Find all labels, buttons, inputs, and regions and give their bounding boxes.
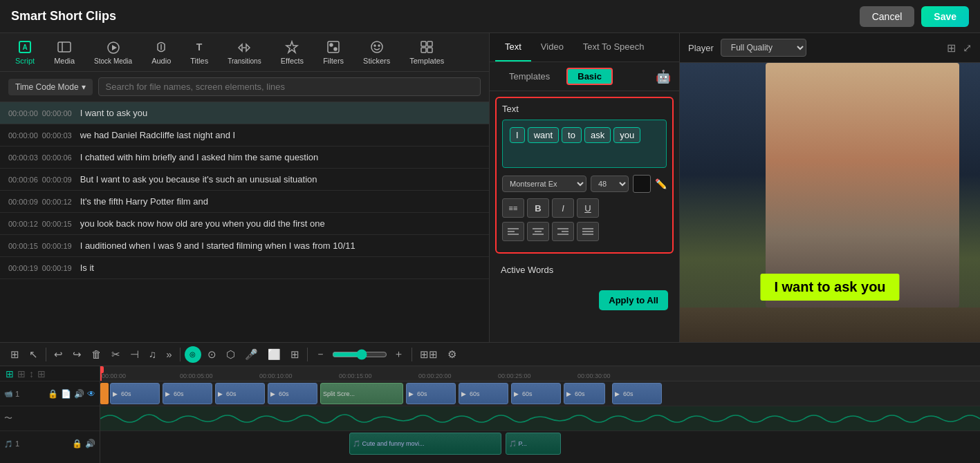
video-clip[interactable]: ▶ 60s [110,383,160,404]
svg-rect-9 [328,41,339,53]
script-row[interactable]: 00:00:12 00:00:15 you look back now how … [0,213,489,235]
toolbar-item-templates[interactable]: Templates [400,35,454,69]
top-bar: Smart Short Clips Cancel Save [0,0,980,33]
font-size-select[interactable]: 48 36 54 [591,176,629,192]
center-button[interactable]: ◎ [185,346,201,363]
add-track-row: ⊞ ⊞ ↕ ⊞ [0,366,100,381]
tab-tts[interactable]: Text To Speech [573,33,654,62]
align-center-button[interactable] [527,222,549,241]
caption-button[interactable]: ⬜ [264,346,284,363]
word-pill: ask [584,127,611,143]
toolbar-item-titles[interactable]: T Titles [181,35,218,69]
toolbar-item-audio[interactable]: Audio [142,35,181,69]
time-mode-button[interactable]: Time Code Mode ▾ [8,79,93,95]
apply-all-button[interactable]: Apply to All [599,290,668,310]
more-button[interactable]: » [163,346,175,362]
zoom-out-button[interactable]: － [312,346,329,363]
video-eye-icon[interactable]: 👁 [87,389,95,399]
add-track-button[interactable]: ⊞ [6,368,14,379]
video-clip[interactable]: ▶ 60s [215,383,265,404]
script-list: 00:00:00 00:00:00 I want to ask you 00:0… [0,102,489,342]
add-track-icon3[interactable]: ↕ [29,368,34,379]
script-row[interactable]: 00:00:09 00:00:12 It's the fifth Harry P… [0,191,489,213]
split-screen-clip[interactable]: Split Scre... [320,383,403,404]
video-lock-icon[interactable]: 🔒 [48,389,58,399]
add-track-icon2[interactable]: ⊞ [17,368,26,379]
underline-button[interactable]: U [577,198,599,218]
split-button[interactable]: ⊣ [127,346,142,363]
script-row[interactable]: 00:00:03 00:00:06 I chatted with him bri… [0,147,489,169]
expand-icon[interactable]: ⤢ [963,41,972,55]
audio-clips-row: 🎵 Cute and funny movi... 🎵 P... [100,431,980,456]
script-row[interactable]: 00:00:15 00:00:19 I auditioned when I wa… [0,235,489,257]
marker-button[interactable]: ⬡ [223,346,239,363]
video-clip[interactable]: ▶ 60s [406,383,456,404]
tab-text[interactable]: Text [495,33,531,62]
toolbar-item-filters[interactable]: Filters [313,35,353,69]
subtab-basic[interactable]: Basic [566,68,613,85]
add-track-icon4[interactable]: ⊞ [37,368,46,379]
audio-button[interactable]: ♫ [145,346,160,362]
ripple-button[interactable]: ⊙ [204,346,220,363]
cancel-button[interactable]: Cancel [860,6,915,27]
video-clip[interactable]: ▶ 60s [612,383,662,404]
left-panel: A Script Media Stock Media Audio T [0,33,490,342]
subtab-templates[interactable]: Templates [498,68,561,85]
bold-button[interactable]: B [527,198,549,218]
video-clip[interactable]: ▶ 60s [564,383,605,404]
video-clip[interactable]: ▶ 60s [163,383,212,404]
color-picker[interactable] [633,175,651,193]
strikethrough-button[interactable]: ≡≡ [502,198,524,218]
toolbar: A Script Media Stock Media Audio T [0,33,489,72]
pointer-button[interactable]: ↖ [26,346,41,363]
save-button[interactable]: Save [921,6,969,27]
zoom-in-button[interactable]: ＋ [390,346,407,363]
audio-lock-icon[interactable]: 🔒 [72,439,82,448]
zoom-slider[interactable] [332,349,387,360]
grid-view-icon[interactable]: ⊞ [947,41,956,55]
grid-layout-button[interactable]: ⊞⊞ [416,346,441,363]
toolbar-item-stickers[interactable]: Stickers [353,35,400,69]
video-file-icon[interactable]: 📄 [61,389,71,399]
audio-clip-1[interactable]: 🎵 Cute and funny movi... [349,433,501,455]
align-right-button[interactable] [552,222,574,241]
mosaic-button[interactable]: ⊞ [287,346,303,363]
delete-button[interactable]: 🗑 [88,346,105,362]
toolbar-label-filters: Filters [323,57,344,65]
audio-clip-2[interactable]: 🎵 P... [506,433,561,455]
tab-video[interactable]: Video [531,33,573,62]
script-row[interactable]: 00:00:19 00:00:19 Is it [0,257,489,279]
eyedropper-button[interactable]: ✏️ [655,178,667,189]
script-row[interactable]: 00:00:06 00:00:09 But I want to ask you … [0,169,489,191]
toolbar-item-effects[interactable]: Effects [271,35,313,69]
script-row[interactable]: 00:00:00 00:00:00 I want to ask you [0,102,489,124]
italic-button[interactable]: I [552,198,574,218]
video-clip[interactable]: ▶ 60s [268,383,317,404]
video-volume-icon[interactable]: 🔊 [74,389,84,399]
ai-icon[interactable]: 🤖 [656,69,671,84]
search-input[interactable] [98,77,481,96]
video-clip[interactable]: ▶ 60s [459,383,508,404]
toolbar-label-titles: Titles [190,57,208,65]
toolbar-item-script[interactable]: A Script [6,35,44,69]
script-text: we had Daniel Radcliffe last night and I [80,130,236,140]
video-preview: I want to ask you [680,63,980,342]
align-left-button[interactable] [502,222,524,241]
audio-vol-icon[interactable]: 🔊 [85,439,95,448]
script-row[interactable]: 00:00:00 00:00:03 we had Daniel Radcliff… [0,124,489,147]
font-select[interactable]: Montserrat Ex Arial Helvetica [502,176,586,192]
align-justify-button[interactable] [577,222,599,241]
quality-select[interactable]: Full Quality Half Quality Quarter Qualit… [721,39,806,57]
toolbar-item-media[interactable]: Media [44,35,84,69]
undo-button[interactable]: ↩ [50,346,66,363]
text-editor-box[interactable]: I want to ask you [502,120,667,168]
word-pill: you [613,127,640,143]
settings-button[interactable]: ⚙ [444,346,460,363]
redo-button[interactable]: ↪ [69,346,85,363]
mic-button[interactable]: 🎤 [241,346,261,363]
toolbar-item-stock[interactable]: Stock Media [84,36,142,69]
video-clip[interactable]: ▶ 60s [511,383,561,404]
toolbar-item-transitions[interactable]: Transitions [218,36,271,69]
snap-button[interactable]: ⊞ [7,346,23,363]
cut-button[interactable]: ✂ [108,346,124,363]
